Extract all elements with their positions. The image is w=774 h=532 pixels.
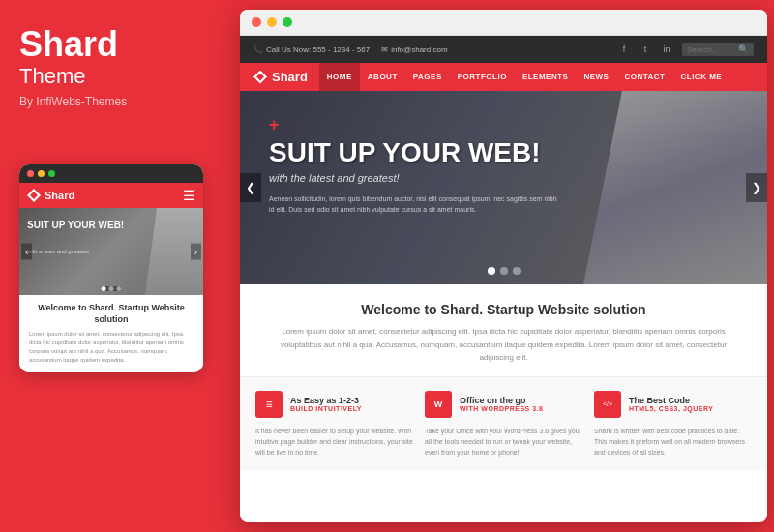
brand-title: Shard — [19, 27, 218, 62]
hero-content: + SUIT UP YOUR WEB! with the latest and … — [269, 115, 559, 215]
hero-dot-1 — [488, 267, 495, 275]
welcome-title: Welcome to Shard. Startup Website soluti… — [259, 302, 748, 317]
browser-top-bar — [240, 10, 767, 36]
browser-dot-green — [283, 17, 292, 27]
mobile-hero-sub: with a start and greatest — [27, 249, 89, 254]
site-features: ≡ As Easy as 1-2-3 BUILD INTUITIVELY It … — [240, 377, 767, 472]
mobile-dot-green — [48, 170, 55, 177]
hero-tagline: with the latest and greatest! — [269, 172, 559, 184]
site-logo: Shard — [253, 63, 308, 91]
mobile-mockup: Shard ☰ SUIT UP YOUR WEB! with a start a… — [19, 164, 203, 372]
site-contact-info: 📞 Call Us Now: 555 - 1234 - 567 ✉ info@s… — [253, 45, 448, 54]
hero-plus: + — [269, 115, 559, 135]
nav-news[interactable]: NEWS — [576, 63, 616, 91]
linkedin-icon[interactable]: in — [659, 42, 674, 57]
site-hero: + SUIT UP YOUR WEB! with the latest and … — [240, 91, 767, 284]
logo-diamond-icon — [27, 189, 41, 202]
mobile-logo: Shard — [27, 189, 74, 202]
nav-items: HOME ABOUT PAGES PORTFOLIO ELEMENTS NEWS… — [319, 63, 754, 91]
feature-1-icon: ≡ — [255, 391, 283, 418]
phone-icon: 📞 — [253, 45, 263, 54]
feature-2-title: Office on the go — [460, 396, 543, 405]
hero-dot-2 — [500, 267, 508, 275]
site-top-bar: 📞 Call Us Now: 555 - 1234 - 567 ✉ info@s… — [240, 36, 767, 63]
left-panel: Shard Theme By InfiWebs-Themes Shard ☰ S… — [0, 0, 237, 532]
nav-home[interactable]: HOME — [319, 63, 360, 91]
mobile-slide-indicators — [102, 286, 122, 291]
site-welcome-section: Welcome to Shard. Startup Website soluti… — [240, 284, 767, 377]
social-links: f t in — [616, 42, 674, 57]
mobile-dot-red — [27, 170, 34, 177]
brand-subtitle: Theme — [19, 64, 218, 89]
brand-by: By InfiWebs-Themes — [19, 95, 218, 108]
nav-elements[interactable]: ELEMENTS — [515, 63, 577, 91]
nav-portfolio[interactable]: PORTFOLIO — [450, 63, 515, 91]
welcome-text: Lorem ipsum dolor sit amet, consectetur … — [272, 325, 736, 365]
site-logo-icon — [253, 71, 267, 84]
mobile-next-arrow[interactable]: › — [191, 244, 201, 260]
nav-clickme[interactable]: CLICK ME — [672, 63, 729, 91]
browser-dot-yellow — [267, 17, 277, 27]
search-box[interactable]: 🔍 — [682, 43, 754, 56]
feature-1-text: It has never been easier to setup your w… — [255, 426, 413, 458]
mobile-welcome-text: Lorem ipsum dolor sit amet, consectetur … — [29, 330, 194, 365]
feature-3-title: The Best Code — [629, 396, 713, 405]
mobile-welcome-title: Welcome to Shard. Startup Website soluti… — [29, 303, 194, 325]
feature-3-text: Shard is written with best code practice… — [594, 426, 752, 458]
mobile-content: Welcome to Shard. Startup Website soluti… — [19, 295, 203, 372]
search-input[interactable] — [687, 45, 735, 54]
mobile-navbar: Shard ☰ — [19, 183, 203, 208]
mobile-prev-arrow[interactable]: ‹ — [21, 244, 32, 260]
feature-3-subtitle: HTML5, CSS3, JQUERY — [629, 405, 713, 412]
feature-2-text: Take your Office with you! WordPress 3.8… — [425, 426, 582, 458]
feature-2-header: W Office on the go WITH WORDPRESS 3.8 — [425, 391, 582, 418]
mobile-dot-yellow — [38, 170, 45, 177]
slide-dot-2 — [109, 286, 114, 291]
nav-pages[interactable]: PAGES — [405, 63, 450, 91]
browser-mockup: 📞 Call Us Now: 555 - 1234 - 567 ✉ info@s… — [240, 10, 767, 522]
browser-dot-red — [252, 17, 261, 27]
feature-1-subtitle: BUILD INTUITIVELY — [290, 405, 362, 412]
hamburger-icon[interactable]: ☰ — [183, 188, 195, 203]
twitter-icon[interactable]: t — [638, 42, 653, 57]
feature-3-icon: </> — [594, 391, 621, 418]
feature-2-subtitle: WITH WORDPRESS 3.8 — [460, 405, 543, 412]
hero-body: Aenean sollicitudin, lorem quis bibendum… — [269, 193, 559, 215]
feature-1: ≡ As Easy as 1-2-3 BUILD INTUITIVELY It … — [255, 391, 413, 458]
search-icon: 🔍 — [738, 44, 749, 54]
feature-3-header: </> The Best Code HTML5, CSS3, JQUERY — [594, 391, 752, 418]
feature-2: W Office on the go WITH WORDPRESS 3.8 Ta… — [425, 391, 582, 458]
mobile-hero: SUIT UP YOUR WEB! with a start and great… — [19, 208, 203, 295]
hero-title: SUIT UP YOUR WEB! — [269, 139, 559, 166]
slide-dot-3 — [117, 286, 122, 291]
site-email: ✉ info@shard.com — [381, 45, 447, 54]
nav-about[interactable]: ABOUT — [360, 63, 405, 91]
slide-dot-1 — [102, 286, 106, 291]
hero-prev-arrow[interactable]: ❮ — [240, 173, 261, 202]
feature-2-icon: W — [425, 391, 452, 418]
mobile-hero-title: SUIT UP YOUR WEB! — [27, 220, 124, 231]
mobile-top-bar — [19, 164, 203, 183]
feature-1-title: As Easy as 1-2-3 — [290, 396, 362, 405]
site-phone: 📞 Call Us Now: 555 - 1234 - 567 — [253, 45, 370, 54]
hero-slide-indicators — [488, 267, 521, 275]
facebook-icon[interactable]: f — [616, 42, 632, 57]
nav-contact[interactable]: CONTACT — [616, 63, 672, 91]
email-icon: ✉ — [381, 45, 388, 54]
hero-dot-3 — [513, 267, 521, 275]
site-navbar: Shard HOME ABOUT PAGES PORTFOLIO ELEMENT… — [240, 63, 767, 91]
feature-1-header: ≡ As Easy as 1-2-3 BUILD INTUITIVELY — [255, 391, 413, 418]
feature-3: </> The Best Code HTML5, CSS3, JQUERY Sh… — [594, 391, 752, 458]
hero-next-arrow[interactable]: ❯ — [746, 173, 767, 202]
